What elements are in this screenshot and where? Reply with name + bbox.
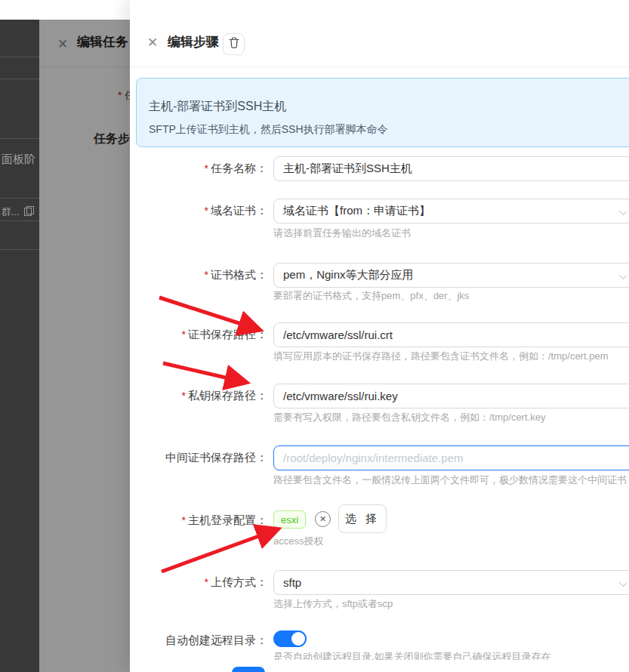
field-label-cert-path: *证书保存路径： bbox=[130, 328, 267, 342]
trash-icon bbox=[229, 37, 239, 51]
table-divider bbox=[0, 198, 39, 199]
chevron-down-icon bbox=[620, 580, 626, 586]
field-label-cert-format: *证书格式： bbox=[130, 268, 267, 282]
intermediate-path-input[interactable] bbox=[273, 445, 629, 470]
field-hint: 是否自动创建远程目录,如果关闭则你需要自己确保远程目录存在 bbox=[273, 650, 551, 660]
field-hint: 要部署的证书格式，支持pem、pfx、der、jks bbox=[273, 289, 469, 303]
field-label-upload-method: *上传方式： bbox=[130, 575, 267, 590]
chevron-down-icon bbox=[620, 208, 626, 214]
field-label-auto-mkdir: 自动创建远程目录： bbox=[130, 633, 267, 648]
field-label-domain-cert: *域名证书： bbox=[130, 204, 267, 218]
field-label-task-name: *任务名称： bbox=[130, 162, 267, 176]
field-label-host-access: *主机登录配置： bbox=[130, 513, 267, 528]
key-path-input[interactable] bbox=[273, 384, 629, 408]
field-hint: 请选择前置任务输出的域名证书 bbox=[273, 227, 411, 240]
field-label-key-path: *私钥保存路径： bbox=[130, 389, 267, 403]
table-divider bbox=[0, 57, 39, 57]
drawer-edit-step: ✕ 编辑步骤 主机-部署证书到SSH主机 SFTP上传证书到主机，然后SSH执行… bbox=[130, 0, 629, 672]
close-icon[interactable]: ✕ bbox=[147, 35, 158, 51]
field-hint: access授权 bbox=[273, 535, 323, 548]
field-label-intermediate-path: 中间证书保存路径： bbox=[130, 451, 267, 465]
host-access-tag[interactable]: esxi bbox=[273, 510, 306, 529]
chevron-down-icon bbox=[620, 273, 626, 279]
submit-button-clipped[interactable] bbox=[232, 667, 265, 672]
divider bbox=[130, 66, 629, 67]
field-hint: 填写应用原本的证书保存路径，路径要包含证书文件名，例如：/tmp/cert.pe… bbox=[273, 350, 608, 363]
table-divider bbox=[0, 249, 39, 250]
drawer-title: 编辑步骤 bbox=[168, 33, 219, 51]
table-divider bbox=[0, 138, 39, 139]
table-divider bbox=[0, 79, 39, 79]
plugin-description: SFTP上传证书到主机，然后SSH执行部署脚本命令 bbox=[149, 123, 388, 137]
plugin-title: 主机-部署证书到SSH主机 bbox=[149, 99, 286, 115]
clear-icon[interactable]: ✕ bbox=[315, 511, 331, 527]
field-hint: 路径要包含文件名，一般情况传上面两个文件即可，极少数情况需要这个中间证书 bbox=[273, 473, 627, 487]
field-hint: 选择上传方式，sftp或者scp bbox=[273, 597, 393, 611]
cert-format-select[interactable]: pem，Nginx等大部分应用 bbox=[273, 263, 629, 288]
table-row: 群... bbox=[2, 205, 32, 219]
plugin-helper-box: 主机-部署证书到SSH主机 SFTP上传证书到主机，然后SSH执行部署脚本命令 bbox=[136, 78, 629, 147]
field-hint: 需要有写入权限，路径要包含私钥文件名，例如：/tmp/cert.key bbox=[273, 411, 545, 424]
choose-host-button[interactable]: 选 择 bbox=[338, 504, 387, 533]
cert-path-input[interactable] bbox=[273, 322, 629, 347]
upload-method-select[interactable]: sftp bbox=[273, 570, 629, 595]
toggle-knob bbox=[291, 632, 305, 646]
task-name-input[interactable] bbox=[273, 156, 629, 181]
auto-mkdir-toggle[interactable] bbox=[273, 630, 307, 647]
copy-icon[interactable] bbox=[24, 206, 32, 215]
table-row: 面板阶 bbox=[2, 153, 35, 167]
drawer-edit-task: ✕ 编辑任务 * 任 任务步骤 bbox=[39, 20, 130, 672]
domain-cert-select[interactable]: 域名证书【from：申请证书】 bbox=[273, 199, 629, 223]
drawer-overlay-mask bbox=[39, 20, 130, 672]
required-mark: * bbox=[205, 162, 208, 174]
background-dark-table: 面板阶 群... bbox=[0, 20, 39, 672]
delete-step-button[interactable] bbox=[223, 33, 245, 55]
table-divider bbox=[0, 220, 39, 221]
